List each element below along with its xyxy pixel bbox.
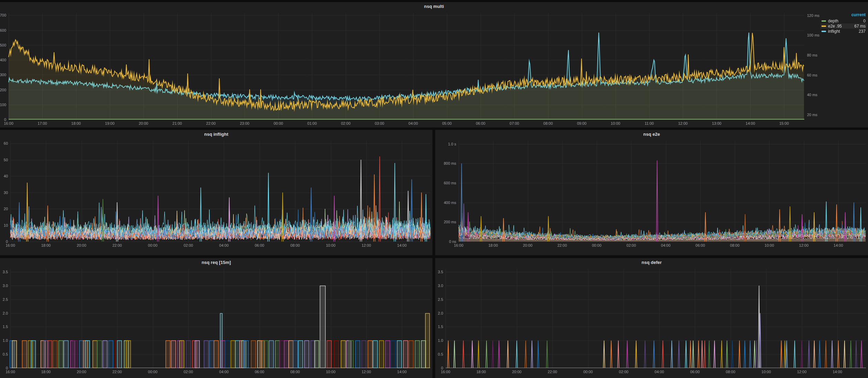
nsq-inflight-plot[interactable] [0,139,432,255]
panel-nsq-req: nsq req [15m] [0,258,432,378]
legend-series-current-value: 0 [863,19,866,23]
panel-title-nsq-e2e[interactable]: nsq e2e [435,130,868,139]
grafana-dashboard: nsq multi currentdepth0e2e .9567 msinfli… [0,0,868,378]
dashboard-row-3: nsq req [15m] nsq defer [0,258,868,378]
legend-series-name: depth [828,19,861,23]
panel-nsq-defer: nsq defer [435,258,868,378]
nsq-e2e-plot[interactable] [435,139,868,255]
legend-row-depth[interactable]: depth0 [820,18,867,23]
series-color-dash-icon [822,20,826,22]
panel-title-nsq-inflight[interactable]: nsq inflight [0,130,432,139]
panel-title-nsq-defer[interactable]: nsq defer [435,258,868,267]
dashboard-row-2: nsq inflight nsq e2e [0,130,868,255]
series-color-dash-icon [822,25,826,27]
series-color-dash-icon [822,31,826,32]
panel-nsq-multi: nsq multi currentdepth0e2e .9567 msinfli… [0,2,868,127]
nsq-defer-plot[interactable] [435,267,868,378]
legend-series-current-value: 67 ms [854,24,866,29]
panel-title-nsq-req[interactable]: nsq req [15m] [0,258,432,267]
legend-row-inflight[interactable]: inflight237 [820,29,867,34]
legend-header-current[interactable]: current [820,12,867,18]
legend-series-name: e2e .95 [828,24,852,29]
nsq-multi-plot[interactable] [0,11,868,127]
panel-title-nsq-multi[interactable]: nsq multi [0,2,868,11]
nsq-multi-legend: currentdepth0e2e .9567 msinflight237 [820,12,867,34]
legend-series-name: inflight [828,29,857,34]
panel-nsq-inflight: nsq inflight [0,130,432,255]
legend-series-current-value: 237 [859,29,866,34]
panel-nsq-e2e: nsq e2e [435,130,868,255]
nsq-req-plot[interactable] [0,267,432,378]
legend-row-e2e-95[interactable]: e2e .9567 ms [820,23,867,29]
